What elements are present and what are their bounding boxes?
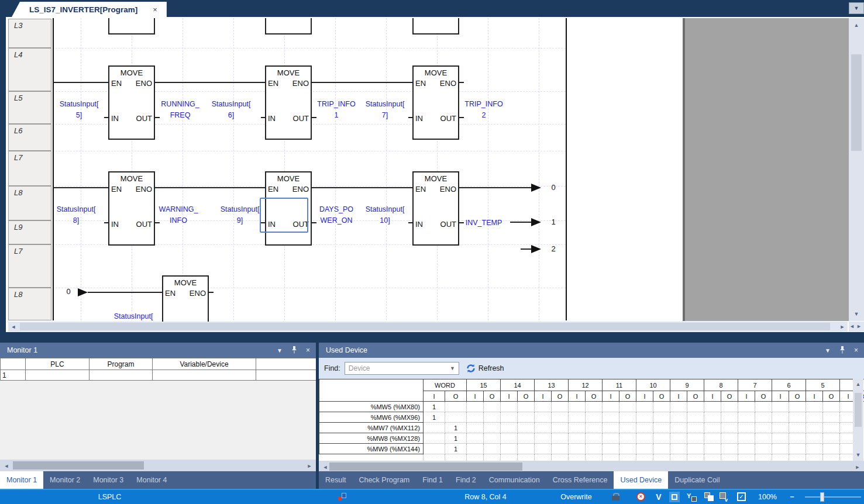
bit-usage-cell[interactable] xyxy=(653,433,670,444)
bit-usage-cell[interactable] xyxy=(518,444,535,454)
bit-usage-cell[interactable] xyxy=(704,423,721,433)
bit-usage-cell[interactable] xyxy=(687,402,704,412)
variable-label[interactable]: StatusInput[10] xyxy=(359,204,411,226)
scroll-left-arrow[interactable]: ◄ xyxy=(9,323,18,330)
bit-usage-cell[interactable] xyxy=(806,423,823,433)
bit-usage-cell[interactable] xyxy=(586,444,603,454)
variable-label[interactable]: DAYS_POWER_ON xyxy=(310,204,363,226)
bit-usage-cell[interactable] xyxy=(535,444,552,454)
bit-usage-cell[interactable]: 1 xyxy=(445,433,467,444)
bit-usage-cell[interactable] xyxy=(721,402,738,412)
rung-label-2[interactable]: L4 xyxy=(8,48,51,91)
bit-usage-cell[interactable]: 1 xyxy=(424,402,445,412)
device-name-cell[interactable]: %MW8 (%MX128) xyxy=(319,433,424,444)
used-device-grid[interactable]: WORD151413121110987654IOIOIOIOIOIOIOIOIO… xyxy=(319,379,864,461)
bit-usage-cell[interactable] xyxy=(424,444,445,454)
bit-usage-cell[interactable] xyxy=(704,412,721,423)
bit-usage-cell[interactable] xyxy=(636,433,653,444)
scrollbar-thumb[interactable] xyxy=(329,462,522,471)
tab-list-dropdown-button[interactable]: ▼ xyxy=(849,2,864,14)
panel-menu-chevron-icon[interactable]: ▼ xyxy=(825,347,831,354)
bit-usage-cell[interactable] xyxy=(789,412,806,423)
tab-close-icon[interactable]: × xyxy=(153,5,157,14)
bit-usage-cell[interactable] xyxy=(518,433,535,444)
bit-usage-cell[interactable] xyxy=(619,433,636,444)
device-name-cell[interactable]: %MW6 (%MX96) xyxy=(319,412,424,423)
device-comment-icon[interactable]: v xyxy=(720,492,731,502)
split-view-buttons[interactable]: ◄ ► xyxy=(849,322,864,332)
bit-usage-cell[interactable] xyxy=(721,433,738,444)
find-device-combobox[interactable]: Device ▼ xyxy=(345,362,459,375)
device-name-cell[interactable]: %MW7 (%MX112) xyxy=(319,423,424,433)
used-device-vertical-scrollbar[interactable]: ▲ ▼ xyxy=(853,379,863,461)
row-number-cell[interactable]: 1 xyxy=(1,370,26,381)
bit-usage-cell[interactable] xyxy=(823,402,840,412)
panel-close-icon[interactable]: × xyxy=(306,346,310,354)
scroll-right-arrow[interactable]: ► xyxy=(838,323,846,330)
bit-usage-cell[interactable] xyxy=(721,412,738,423)
variable-label[interactable]: RUNNING_FREQ xyxy=(154,99,206,121)
bit-usage-cell[interactable] xyxy=(552,423,569,433)
bit-usage-cell[interactable] xyxy=(755,423,772,433)
rung-label-9[interactable]: L8 xyxy=(8,288,51,320)
bit-usage-cell[interactable]: 1 xyxy=(424,412,445,423)
bit-usage-cell[interactable] xyxy=(738,423,755,433)
bit-usage-cell[interactable] xyxy=(424,423,445,433)
bit-usage-cell[interactable] xyxy=(518,412,535,423)
bit-usage-cell[interactable] xyxy=(619,412,636,423)
bit-usage-cell[interactable] xyxy=(636,423,653,433)
bit-usage-cell[interactable] xyxy=(603,402,619,412)
bit-usage-cell[interactable] xyxy=(670,423,687,433)
variable-label[interactable]: TRIP_INFO1 xyxy=(310,99,363,121)
bit-usage-cell[interactable] xyxy=(535,423,552,433)
bit-usage-cell[interactable] xyxy=(501,412,518,423)
rung-label-6[interactable]: L8 xyxy=(8,186,51,220)
scrollbar-thumb[interactable] xyxy=(13,461,144,470)
panel-pin-icon[interactable] xyxy=(291,346,297,355)
bit-usage-cell[interactable] xyxy=(823,412,840,423)
document-tab[interactable]: LS_IS7_INVERTER[Program] × xyxy=(12,2,167,17)
bit-usage-cell[interactable] xyxy=(619,444,636,454)
bit-usage-cell[interactable] xyxy=(535,412,552,423)
bit-usage-cell[interactable] xyxy=(552,412,569,423)
move-block-2[interactable]: MOVE ENENO INOUT xyxy=(265,65,312,140)
bit-usage-cell[interactable] xyxy=(636,412,653,423)
lock-icon[interactable] xyxy=(612,493,619,501)
refresh-button[interactable]: Refresh xyxy=(466,364,504,373)
scroll-down-arrow[interactable]: ▼ xyxy=(852,310,860,317)
bit-usage-cell[interactable] xyxy=(552,433,569,444)
variable-cell[interactable] xyxy=(153,370,256,381)
variable-label[interactable]: WARNING_INFO xyxy=(152,204,205,226)
bit-usage-cell[interactable] xyxy=(467,444,484,454)
bit-usage-cell[interactable] xyxy=(823,433,840,444)
scroll-up-arrow[interactable]: ▲ xyxy=(852,22,860,29)
bit-usage-cell[interactable] xyxy=(445,412,467,423)
bit-usage-cell[interactable] xyxy=(687,412,704,423)
bit-usage-cell[interactable] xyxy=(687,444,704,454)
tab-find-1[interactable]: Find 1 xyxy=(416,471,449,489)
bit-usage-cell[interactable] xyxy=(823,444,840,454)
bit-usage-cell[interactable] xyxy=(823,423,840,433)
ladder-editor[interactable]: L3L4L5L6L7L8L9L7L8 MOVE ENENO INOUT MOVE… xyxy=(6,17,864,332)
rung-label-7[interactable]: L9 xyxy=(8,220,51,244)
move-block-6[interactable]: MOVE ENENO INOUT xyxy=(412,171,459,246)
ladder-horizontal-scrollbar[interactable]: ◄ ► xyxy=(8,322,848,332)
bit-usage-cell[interactable] xyxy=(704,444,721,454)
used-device-row[interactable]: %MW7 (%MX112)1 xyxy=(319,423,864,433)
move-block-7[interactable]: MOVE ENENO xyxy=(162,275,209,322)
bit-usage-cell[interactable] xyxy=(619,402,636,412)
ladder-vertical-scrollbar[interactable]: ▲ ▼ xyxy=(849,18,864,321)
bit-usage-cell[interactable] xyxy=(755,402,772,412)
variable-label[interactable]: StatusInput[6] xyxy=(205,99,257,121)
bit-usage-cell[interactable] xyxy=(552,444,569,454)
bit-usage-cell[interactable] xyxy=(569,444,586,454)
bit-usage-cell[interactable] xyxy=(569,423,586,433)
bit-usage-cell[interactable]: 1 xyxy=(445,444,467,454)
scroll-right-arrow[interactable]: ► xyxy=(305,462,314,470)
bit-usage-cell[interactable] xyxy=(704,402,721,412)
bit-usage-cell[interactable] xyxy=(721,423,738,433)
bit-usage-cell[interactable] xyxy=(789,444,806,454)
tab-monitor-4[interactable]: Monitor 4 xyxy=(130,471,173,489)
bit-usage-cell[interactable] xyxy=(772,423,789,433)
variable-view-icon[interactable]: V xyxy=(653,490,665,504)
